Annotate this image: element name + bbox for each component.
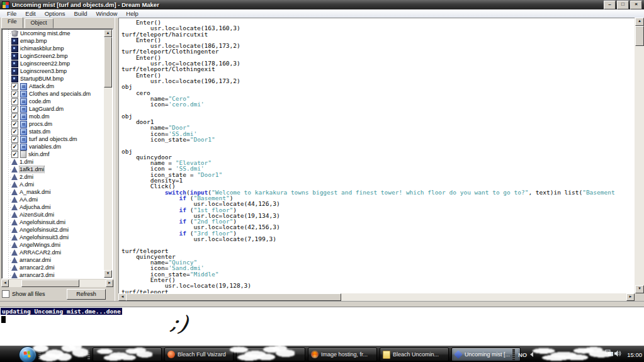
taskbar-button-redacted[interactable] bbox=[236, 348, 305, 361]
checkbox[interactable]: ✓ bbox=[11, 151, 18, 158]
tree-item[interactable]: AizenSuit.dmi bbox=[3, 211, 104, 218]
refresh-button[interactable]: Refresh bbox=[67, 289, 106, 300]
tree-item[interactable]: Adjucha.dmi bbox=[3, 203, 104, 211]
scroll-thumb[interactable] bbox=[104, 37, 112, 88]
tree-item[interactable]: StartupBUM.bmp bbox=[3, 75, 104, 82]
tree-item[interactable]: 1afk1.dmi bbox=[3, 166, 104, 173]
tree-item[interactable]: arrancar.dmi bbox=[3, 256, 104, 264]
tree-item[interactable]: arrancar3.dmi bbox=[3, 271, 104, 278]
tree-item[interactable]: ✓code.dm bbox=[3, 98, 104, 105]
menu-item-window[interactable]: Window bbox=[92, 10, 122, 17]
menu-item-build[interactable]: Build bbox=[69, 10, 91, 17]
volume-icon[interactable] bbox=[614, 349, 623, 357]
scroll-right-icon[interactable]: ► bbox=[106, 280, 113, 287]
tree-item[interactable]: 1.dmi bbox=[3, 158, 104, 166]
tab-file[interactable]: File bbox=[1, 17, 23, 28]
tree-item[interactable]: Loginscreen3.bmp bbox=[3, 67, 104, 75]
taskbar-button-label: Image hosting, fr... bbox=[321, 351, 368, 358]
menu-item-edit[interactable]: Edit bbox=[21, 10, 40, 17]
taskbar-button-uncoming-mist[interactable]: Uncoming mist [... bbox=[451, 348, 521, 361]
tree-item[interactable]: Angelofsinsuit3.dmi bbox=[3, 234, 104, 241]
scroll-thumb[interactable] bbox=[126, 293, 341, 301]
menu-bar: FileEditOptionsBuildWindowHelp bbox=[0, 9, 644, 18]
scroll-down-icon[interactable]: ▼ bbox=[104, 270, 112, 278]
code-line: cero bbox=[121, 90, 635, 96]
language-indicator[interactable]: NO bbox=[518, 351, 527, 358]
tree-item[interactable]: ✓mob.dm bbox=[3, 113, 104, 120]
taskbar-button-redacted[interactable] bbox=[93, 348, 162, 361]
tree-item[interactable]: ✓LagGuard.dm bbox=[3, 105, 104, 113]
menu-item-file[interactable]: File bbox=[3, 10, 21, 17]
taskbar-clock[interactable]: 15:00 bbox=[627, 351, 642, 358]
maximize-button[interactable]: □ bbox=[617, 1, 629, 9]
code-line: usr.loc=locate(19,128,3) bbox=[121, 283, 635, 288]
tree-item[interactable]: arrancar2.dmi bbox=[3, 264, 104, 271]
checkbox[interactable]: ✓ bbox=[11, 106, 18, 113]
checkbox[interactable]: ✓ bbox=[11, 113, 18, 120]
tree-item[interactable]: Angelofsinsuit.dmi bbox=[3, 218, 104, 226]
tree-item[interactable]: A_mask.dmi bbox=[3, 188, 104, 196]
bleach-app-icon bbox=[167, 351, 175, 358]
tree-item[interactable]: ✓procs.dm bbox=[3, 120, 104, 128]
checkbox[interactable]: ✓ bbox=[11, 128, 18, 135]
tree-item[interactable]: Angelofsinsuit2.dmi bbox=[3, 226, 104, 234]
dm-file-icon bbox=[20, 91, 27, 98]
file-tree[interactable]: Uncoming mist.dmeemap.bmpichimaskblur.bm… bbox=[3, 30, 104, 278]
editor-horizontal-scrollbar[interactable]: ◄ ► bbox=[118, 293, 635, 301]
tree-item[interactable]: ✓turf and objects.dm bbox=[3, 135, 104, 143]
checkbox[interactable]: ✓ bbox=[11, 83, 18, 90]
tab-object[interactable]: Object bbox=[25, 18, 54, 28]
scroll-up-icon[interactable]: ▲ bbox=[635, 18, 644, 26]
tree-horizontal-scrollbar[interactable]: ◄ ► bbox=[1, 280, 113, 287]
toolbar-grip[interactable] bbox=[88, 349, 90, 360]
tree-item[interactable]: AngelWings.dmi bbox=[3, 241, 104, 249]
tree-item[interactable]: 2.dmi bbox=[3, 173, 104, 181]
start-button[interactable] bbox=[19, 346, 37, 362]
checkbox[interactable]: ✓ bbox=[11, 98, 18, 105]
checkbox[interactable]: ✓ bbox=[11, 91, 18, 98]
tree-vertical-scrollbar[interactable]: ▲ ▼ bbox=[104, 30, 112, 278]
menu-item-help[interactable]: Help bbox=[121, 10, 143, 17]
quicklaunch-more-chevron[interactable]: » bbox=[80, 349, 84, 356]
file-name: Angelofsinsuit2.dmi bbox=[20, 227, 69, 233]
taskbar-button-bleach-full-vaizard[interactable]: Bleach Full Vaizard bbox=[164, 348, 234, 361]
tree-item[interactable]: ✓stats.dm bbox=[3, 128, 104, 135]
scroll-down-icon[interactable]: ▼ bbox=[635, 285, 644, 293]
tree-item[interactable]: ✓skin.dmf bbox=[3, 150, 104, 158]
checkbox[interactable]: ✓ bbox=[11, 121, 18, 128]
tree-item[interactable]: LoginScreen2.bmp bbox=[3, 52, 104, 60]
toolbar-grip[interactable] bbox=[38, 349, 41, 360]
tree-item[interactable]: A.dmi bbox=[3, 181, 104, 188]
code-viewport[interactable]: Enter() usr.loc=locate(163,160,3)turf/te… bbox=[118, 18, 635, 293]
close-button[interactable]: × bbox=[630, 1, 642, 9]
minimize-button[interactable]: – bbox=[604, 1, 616, 9]
checkbox[interactable]: ✓ bbox=[11, 144, 18, 150]
tree-item[interactable]: Uncoming mist.dme bbox=[3, 30, 104, 37]
dmi-file-icon bbox=[11, 159, 18, 165]
show-all-files-checkbox[interactable] bbox=[2, 290, 9, 298]
tree-item[interactable]: ARRACAR2.dmi bbox=[3, 249, 104, 256]
checkbox[interactable]: ✓ bbox=[11, 136, 18, 143]
tree-item[interactable]: ichimaskblur.bmp bbox=[3, 45, 104, 52]
toolbar-grip[interactable] bbox=[512, 349, 515, 360]
menu-item-options[interactable]: Options bbox=[40, 10, 70, 17]
tree-item[interactable]: emap.bmp bbox=[3, 37, 104, 45]
dream-maker-window: Uncoming mist [turf and objects.dm] - Dr… bbox=[0, 0, 644, 362]
scroll-thumb[interactable] bbox=[21, 280, 79, 287]
tree-item[interactable]: ✓variables.dm bbox=[3, 143, 104, 150]
tree-item[interactable]: AA.dmi bbox=[3, 196, 104, 203]
tree-item[interactable]: Loginscreen22.bmp bbox=[3, 60, 104, 67]
code-area[interactable]: Enter() usr.loc=locate(163,160,3)turf/te… bbox=[119, 18, 635, 293]
taskbar-button-image-hosting-fr[interactable]: Image hosting, fr... bbox=[308, 348, 377, 361]
taskbar-button-bleach-uncomin[interactable]: Bleach Uncomin... bbox=[380, 348, 449, 361]
tray-collapse-icon[interactable] bbox=[530, 352, 533, 357]
network-icon[interactable] bbox=[605, 349, 614, 357]
output-panel[interactable]: updating Uncoming mist.dme...done bbox=[0, 307, 644, 346]
tree-item[interactable]: ✓Clothes and specials.dm bbox=[3, 90, 104, 98]
scroll-left-icon[interactable]: ◄ bbox=[1, 280, 9, 287]
scroll-up-icon[interactable]: ▲ bbox=[104, 30, 112, 37]
tree-item[interactable]: ✓Attack.dm bbox=[3, 82, 104, 90]
editor-vertical-scrollbar[interactable]: ▲ ▼ bbox=[635, 18, 644, 293]
scroll-thumb[interactable] bbox=[635, 26, 644, 46]
scroll-right-icon[interactable]: ► bbox=[626, 293, 635, 301]
